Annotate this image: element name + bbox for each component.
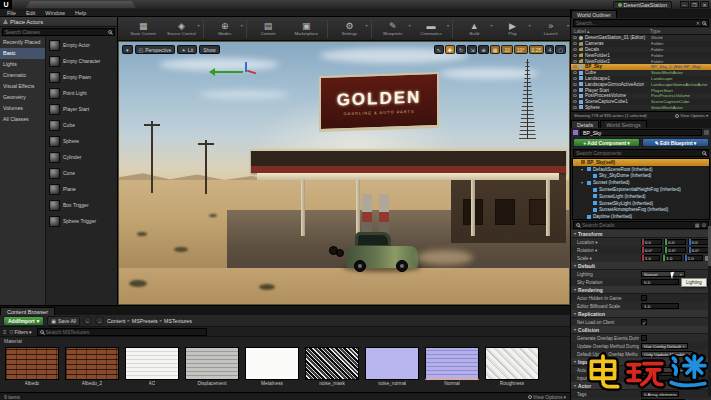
visibility-eye-icon[interactable] <box>573 94 577 97</box>
tab-world-outliner[interactable]: World Outliner <box>571 10 617 18</box>
scale-tool-icon[interactable]: ⇲ <box>467 45 477 54</box>
category-volumes[interactable]: Volumes <box>0 103 45 114</box>
category-all-classes[interactable]: All Classes <box>0 114 45 125</box>
toolbar-save-current[interactable]: ▦Save Current <box>124 18 162 40</box>
asset-normal[interactable]: Normal <box>424 347 480 390</box>
visibility-eye-icon[interactable] <box>573 100 577 103</box>
lit-button[interactable]: ☀Lit <box>177 45 197 54</box>
dropdown-lighting[interactable]: Sunset▾ <box>641 271 685 277</box>
level-tab[interactable] <box>26 1 136 8</box>
cb-view-options-button[interactable]: View Options▾ <box>528 394 566 400</box>
column-label[interactable]: Label ▴ <box>574 29 650 34</box>
visibility-eye-icon[interactable] <box>573 106 577 109</box>
maximize-button[interactable]: ❒ <box>690 1 699 8</box>
visibility-eye-icon[interactable] <box>573 77 577 80</box>
tree-caret-icon[interactable]: ▾ <box>581 180 585 185</box>
section-header-default[interactable]: ▾Default <box>571 262 711 270</box>
content-search-input[interactable]: Search MSTextures <box>37 328 207 336</box>
tab-details[interactable]: Details <box>571 120 599 128</box>
outliner-row-decals[interactable]: DecalsFolder <box>571 47 711 53</box>
column-type[interactable]: Type <box>650 29 708 34</box>
gizmo-y-axis[interactable] <box>211 71 243 73</box>
place-item-cone[interactable]: Cone <box>46 165 117 181</box>
x-value-field[interactable]: 0.0° <box>641 247 662 253</box>
component-sunset-inherited[interactable]: ▾Sunset (Inherited) <box>573 179 709 186</box>
menu-window[interactable]: Window <box>41 10 69 16</box>
visibility-eye-icon[interactable] <box>573 89 577 92</box>
outliner-row-bp-sky[interactable]: BP_SkyBP_Sky_C (Edit BP_Sky) <box>571 64 711 70</box>
toolbar-blueprints[interactable]: ✎Blueprints▾ <box>374 18 412 40</box>
place-item-cube[interactable]: Cube <box>46 117 117 133</box>
checkbox-net-load-on-client[interactable]: ✓ <box>641 319 647 325</box>
save-all-button[interactable]: ▣Save All <box>47 316 80 326</box>
component-sunsetlight-inherited[interactable]: SunsetLight (Inherited) <box>573 193 709 200</box>
menu-file[interactable]: File <box>3 10 20 16</box>
camera-speed-value[interactable]: 4 <box>545 45 554 54</box>
category-recently-placed[interactable]: Recently Placed <box>0 37 45 48</box>
place-item-player-start[interactable]: Player Start <box>46 101 117 117</box>
outliner-row-cameras[interactable]: CamerasFolder <box>571 41 711 47</box>
clear-search-icon[interactable]: ✕ <box>696 20 700 26</box>
menu-help[interactable]: Help <box>71 10 90 16</box>
place-item-plane[interactable]: Plane <box>46 181 117 197</box>
outliner-search-input[interactable]: Search... ✕ <box>573 19 709 27</box>
toolbar-marketplace[interactable]: ▣Marketplace <box>287 18 325 40</box>
visibility-eye-icon[interactable] <box>573 71 577 74</box>
breadcrumb-mspresets[interactable]: MSPresets <box>132 318 158 324</box>
sources-panel-toggle-icon[interactable]: ≡ <box>3 329 7 335</box>
component-sunsetexponentialheightfog-inherited[interactable]: SunsetExponentialHeightFog (Inherited) <box>573 186 709 193</box>
section-header-collision[interactable]: ▾Collision <box>571 326 711 334</box>
place-item-empty-actor[interactable]: Empty Actor <box>46 37 117 53</box>
edit-blueprint-button[interactable]: ✎Edit Blueprint▾ <box>642 138 709 147</box>
project-name-button[interactable]: DesertGasStation <box>613 1 672 9</box>
show-button[interactable]: Show <box>199 45 220 54</box>
category-geometry[interactable]: Geometry <box>0 92 45 103</box>
maximize-viewport-icon[interactable]: ▢ <box>555 45 566 54</box>
outliner-view-options-button[interactable]: View Options ▾ <box>675 113 708 118</box>
component-bp-sky-self[interactable]: ▾BP_Sky(self) <box>573 159 709 166</box>
rotate-tool-icon[interactable]: ↻ <box>456 45 466 54</box>
actor-name-field[interactable]: BP_Sky <box>580 129 702 136</box>
outliner-row-postprocessvolume[interactable]: PostProcessVolumePostProcessVolume <box>571 93 711 99</box>
components-search-input[interactable]: Search Components <box>573 149 709 157</box>
filter-chip-material[interactable]: Material <box>4 338 22 344</box>
grid-snap-value[interactable]: 10 <box>501 45 513 54</box>
lock-icon[interactable] <box>704 130 709 135</box>
outliner-row-sphere[interactable]: SphereStaticMeshActor <box>571 105 711 111</box>
outliner-row-scenecapturecube1[interactable]: SceneCaptureCube1SceneCaptureCube <box>571 99 711 105</box>
select-tool-icon[interactable]: ↖ <box>434 45 444 54</box>
asset-metalness[interactable]: Metalness <box>244 347 300 390</box>
outliner-row-player-start[interactable]: Player StartPlayerStart <box>571 87 711 93</box>
toolbar-play[interactable]: ▶Play▾ <box>493 18 531 40</box>
place-item-empty-character[interactable]: Empty Character <box>46 53 117 69</box>
component-daytime-inherited[interactable]: Daytime (Inherited) <box>573 213 709 220</box>
asset-albedo[interactable]: Albedo <box>4 347 60 390</box>
toolbar-build[interactable]: ▲Build▾ <box>455 18 493 40</box>
move-tool-icon[interactable]: ✚ <box>445 45 455 54</box>
perspective-button[interactable]: ◰Perspective <box>135 45 176 54</box>
tab-world-settings[interactable]: World Settings <box>600 120 646 128</box>
category-basic[interactable]: Basic <box>0 48 45 59</box>
x-value-field[interactable]: 1.0 <box>641 255 660 261</box>
component-sunsetatmospherefog-inherited[interactable]: SunsetAtmosphereFog (Inherited) <box>573 207 709 214</box>
visibility-eye-icon[interactable] <box>573 83 577 86</box>
y-value-field[interactable]: 1.0 <box>662 255 681 261</box>
asset-displacement[interactable]: Displacement <box>184 347 240 390</box>
checkbox-generate-overlap-events-durin[interactable] <box>641 335 647 341</box>
asset-ao[interactable]: AO <box>124 347 180 390</box>
forward-button[interactable]: → <box>95 316 104 325</box>
world-local-toggle-icon[interactable]: ⊕ <box>478 45 488 54</box>
category-visual-effects[interactable]: Visual Effects <box>0 81 45 92</box>
toolbar-source-control[interactable]: ◈Source Control▾ <box>162 18 200 40</box>
outliner-row-landscape1[interactable]: Landscape1Landscape <box>571 76 711 82</box>
asset-noise-normal[interactable]: noise_normal <box>364 347 420 390</box>
x-value-field[interactable]: 0.0 <box>641 239 662 245</box>
tree-caret-icon[interactable]: ▾ <box>581 167 585 172</box>
details-view-options-icon[interactable]: ⚙ <box>702 222 706 228</box>
outliner-row-newfolder1[interactable]: NewFolder1Folder <box>571 52 711 58</box>
asset-roughness[interactable]: Roughness <box>484 347 540 390</box>
grid-snap-icon[interactable]: ▦ <box>490 45 501 54</box>
component-sky-skydome-inherited[interactable]: Sky_SkyDome (Inherited) <box>573 173 709 180</box>
transform-gizmo[interactable] <box>211 62 255 82</box>
gizmo-x-axis[interactable] <box>247 70 256 75</box>
